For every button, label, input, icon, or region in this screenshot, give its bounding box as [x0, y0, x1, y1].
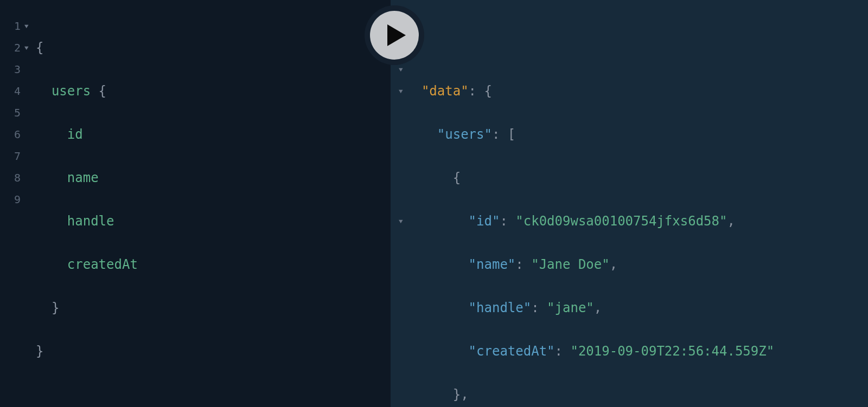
query-line-gutter: 1 2 3 4 5 6 7 8 9	[0, 15, 24, 407]
response-viewer-pane[interactable]: { "data": { "users": [ { "id": "ck0d09ws…	[391, 0, 868, 407]
response-viewer-code: { "data": { "users": [ { "id": "ck0d09ws…	[406, 15, 868, 407]
fold-toggle-icon[interactable]	[398, 216, 404, 226]
query-fold-gutter	[24, 15, 36, 407]
fold-toggle-icon[interactable]	[398, 86, 404, 96]
query-editor-pane[interactable]: 1 2 3 4 5 6 7 8 9 { users { id name hand…	[0, 0, 391, 407]
query-editor-code[interactable]: { users { id name handle createdAt } }	[36, 15, 391, 407]
fold-toggle-icon[interactable]	[398, 64, 404, 74]
fold-toggle-icon[interactable]	[24, 21, 29, 31]
play-icon	[370, 11, 419, 60]
execute-query-button[interactable]	[365, 5, 424, 65]
response-fold-gutter	[391, 15, 406, 407]
fold-toggle-icon[interactable]	[24, 42, 29, 53]
